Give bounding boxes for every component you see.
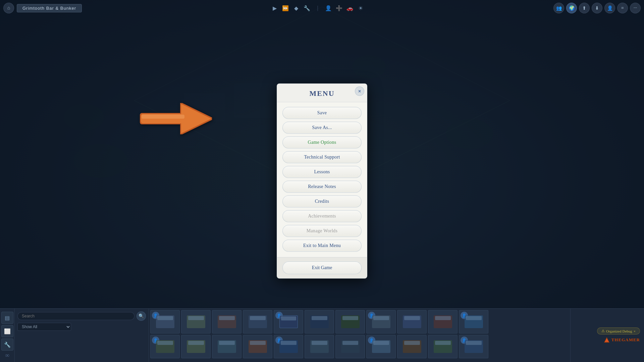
exit-game-button[interactable]: Exit Game [282,261,362,274]
exit-main-menu-button[interactable]: Exit to Main Menu [282,240,362,252]
modal-header: Menu × [277,84,367,102]
save-button[interactable]: Save [282,107,362,119]
modal-body: Save Save As... Game Options Technical S… [277,102,367,257]
manage-worlds-button[interactable]: Manage Worlds [282,225,362,237]
modal-footer: Exit Game [277,257,367,278]
technical-support-button[interactable]: Technical Support [282,151,362,163]
game-options-button[interactable]: Game Options [282,136,362,148]
modal-title: Menu [309,89,334,98]
modal-close-button[interactable]: × [355,86,364,96]
modal-backdrop: Menu × Save Save As... Game Options Tech… [0,0,644,362]
lessons-button[interactable]: Lessons [282,166,362,178]
save-as-button[interactable]: Save As... [282,122,362,134]
release-notes-button[interactable]: Release Notes [282,181,362,193]
credits-button[interactable]: Credits [282,195,362,207]
menu-modal: Menu × Save Save As... Game Options Tech… [277,83,367,279]
achievements-button[interactable]: Achievements [282,210,362,222]
